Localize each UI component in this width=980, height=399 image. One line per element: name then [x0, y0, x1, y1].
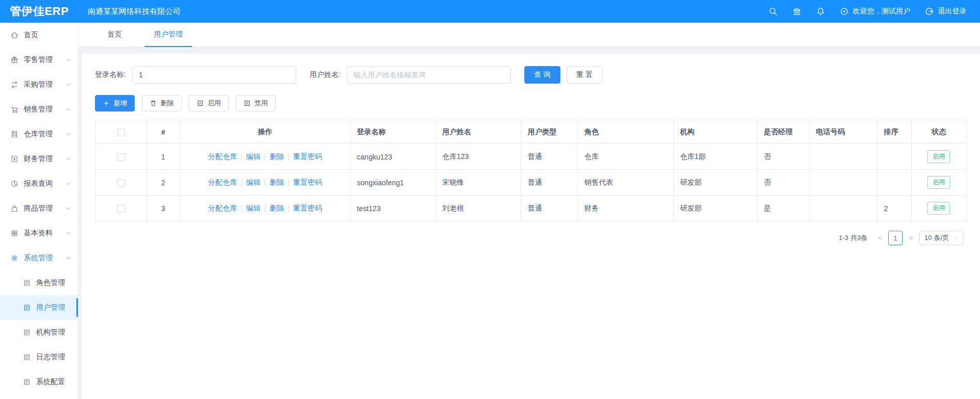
sidebar-item-label: 系统管理	[24, 253, 53, 263]
sidebar-item-sales[interactable]: 销售管理	[0, 97, 78, 122]
chevron-up-icon	[66, 255, 72, 261]
action-edit-link[interactable]: 编辑	[246, 204, 261, 212]
action-reset-password-link[interactable]: 重置密码	[293, 152, 322, 161]
user-name-label: 用户姓名:	[310, 70, 341, 79]
user-name-cell: 宋晓锋	[436, 170, 521, 196]
query-button[interactable]: 查 询	[524, 66, 560, 84]
column-header: 操作	[180, 120, 350, 144]
sidebar-item-home[interactable]: 首页	[0, 23, 78, 47]
chevron-down-icon	[66, 230, 72, 236]
action-separator: |	[287, 178, 290, 186]
action-separator: |	[264, 152, 266, 161]
add-button[interactable]: 新增	[95, 95, 135, 111]
column-header: 用户姓名	[436, 120, 521, 144]
reset-button[interactable]: 重 置	[567, 66, 603, 84]
sidebar-item-user-mgmt[interactable]: 用户管理	[0, 295, 78, 320]
sidebar-item-org-mgmt[interactable]: 机构管理	[0, 320, 78, 345]
user-name-input[interactable]	[347, 66, 511, 84]
search-icon[interactable]	[768, 7, 778, 16]
tab-bar: 首页 用户管理	[78, 23, 980, 47]
row-select-cell	[95, 170, 147, 196]
action-delete-link[interactable]: 删除	[269, 204, 284, 212]
sidebar-item-system-config[interactable]: 系统配置	[0, 370, 78, 394]
select-all-checkbox[interactable]	[117, 129, 125, 136]
tab-user-management[interactable]: 用户管理	[144, 23, 192, 47]
row-index-cell: 3	[147, 196, 180, 221]
status-cell: 启用	[911, 144, 966, 170]
repeat-icon	[10, 81, 19, 89]
action-reset-password-link[interactable]: 重置密码	[293, 204, 322, 212]
action-reset-password-link[interactable]: 重置密码	[293, 178, 322, 186]
table-row: 2分配仓库|编辑|删除|重置密码songxiaofeng1宋晓锋普通销售代表研发…	[95, 170, 967, 196]
phone-cell	[810, 144, 878, 170]
page-number-button[interactable]: 1	[888, 231, 903, 245]
user-type-cell: 普通	[521, 196, 578, 221]
doc-icon	[23, 353, 31, 361]
row-select-cell	[95, 196, 147, 221]
column-header: 机构	[673, 120, 757, 144]
sidebar-item-label: 机构管理	[36, 328, 65, 337]
column-header: 登录名称	[350, 120, 436, 144]
next-page-arrow[interactable]: >	[908, 234, 914, 242]
row-checkbox[interactable]	[117, 179, 125, 187]
users-table: #操作登录名称用户姓名用户类型角色机构是否经理电话号码排序状态 1分配仓库|编辑…	[95, 120, 967, 221]
action-assign-warehouse-link[interactable]: 分配仓库	[208, 204, 237, 212]
status-badge: 启用	[927, 176, 950, 189]
sidebar-item-reports[interactable]: 报表查询	[0, 171, 78, 196]
sidebar-item-label: 商品管理	[24, 204, 53, 213]
row-checkbox[interactable]	[117, 205, 125, 213]
action-assign-warehouse-link[interactable]: 分配仓库	[208, 152, 237, 161]
header-actions: 欢迎您，测试用户 退出登录	[768, 7, 980, 16]
user-menu[interactable]: 欢迎您，测试用户	[840, 7, 910, 16]
row-checkbox[interactable]	[117, 153, 125, 161]
sidebar-item-label: 系统配置	[36, 377, 65, 387]
chevron-down-icon	[66, 57, 72, 63]
action-edit-link[interactable]: 编辑	[246, 178, 261, 186]
org-cell: 仓库1部	[673, 144, 757, 170]
sidebar-item-warehouse[interactable]: 仓库管理	[0, 122, 78, 147]
action-separator: |	[240, 178, 243, 186]
action-edit-link[interactable]: 编辑	[246, 152, 261, 161]
login-name-label: 登录名称:	[95, 70, 126, 79]
login-name-input[interactable]	[132, 66, 296, 84]
tab-home-label: 首页	[107, 30, 122, 39]
disable-button[interactable]: 禁用	[236, 95, 276, 111]
row-select-cell	[95, 144, 147, 170]
sidebar-item-label: 销售管理	[24, 105, 53, 114]
is-manager-cell: 否	[757, 144, 809, 170]
sidebar-item-retail[interactable]: 零售管理	[0, 47, 78, 72]
bell-icon[interactable]	[816, 7, 825, 16]
cabinet-icon	[10, 130, 19, 138]
table-header-row: #操作登录名称用户姓名用户类型角色机构是否经理电话号码排序状态	[95, 120, 967, 144]
action-delete-link[interactable]: 删除	[269, 152, 284, 161]
sidebar-item-basic-data[interactable]: 基本资料	[0, 221, 78, 246]
sidebar-item-log-mgmt[interactable]: 日志管理	[0, 345, 78, 370]
prev-page-arrow[interactable]: <	[877, 234, 883, 242]
page-size-select[interactable]: 10 条/页	[919, 231, 963, 245]
row-actions-cell: 分配仓库|编辑|删除|重置密码	[180, 144, 350, 170]
button-label: 禁用	[254, 99, 268, 108]
column-header: 电话号码	[810, 120, 878, 144]
pie-icon	[10, 180, 19, 188]
action-assign-warehouse-link[interactable]: 分配仓库	[208, 178, 237, 186]
action-separator: |	[287, 204, 290, 212]
sidebar-item-system[interactable]: 系统管理	[0, 246, 78, 270]
pagination-total: 1-3 共3条	[839, 233, 867, 243]
button-label: 启用	[207, 99, 221, 108]
delete-button[interactable]: 删除	[142, 95, 182, 111]
column-header: #	[147, 120, 180, 144]
tab-home[interactable]: 首页	[98, 23, 131, 47]
bank-icon[interactable]	[792, 7, 801, 16]
x-square-icon	[244, 100, 251, 107]
sidebar-item-role-mgmt[interactable]: 角色管理	[0, 270, 78, 295]
grid-icon	[10, 229, 19, 237]
logout-icon	[925, 7, 934, 16]
app-body: 首页零售管理采购管理销售管理仓库管理财务管理报表查询商品管理基本资料系统管理角色…	[0, 23, 980, 399]
action-delete-link[interactable]: 删除	[269, 178, 284, 186]
logout-button[interactable]: 退出登录	[925, 7, 967, 16]
sidebar-item-finance[interactable]: 财务管理	[0, 147, 78, 171]
enable-button[interactable]: 启用	[189, 95, 229, 111]
sidebar-item-products[interactable]: 商品管理	[0, 196, 78, 221]
sidebar-item-purchase[interactable]: 采购管理	[0, 72, 78, 97]
doc-icon	[23, 328, 31, 337]
